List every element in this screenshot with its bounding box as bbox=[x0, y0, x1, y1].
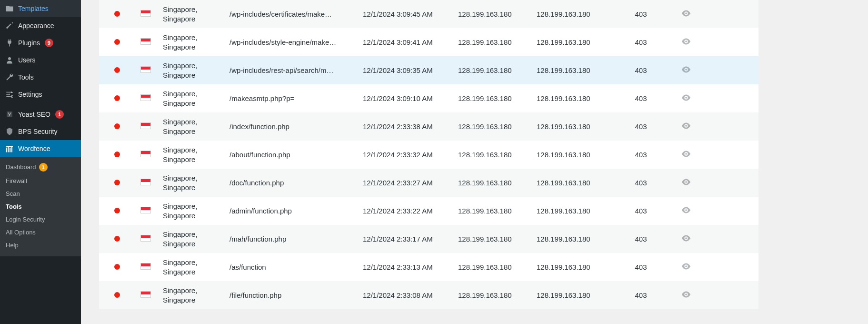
sidebar-item-tools[interactable]: Tools bbox=[0, 69, 81, 86]
time-cell: 12/1/2024 2:33:08 AM bbox=[360, 291, 455, 299]
view-details-icon[interactable] bbox=[681, 293, 691, 301]
hostname-cell: 128.199.163.180 bbox=[534, 235, 612, 243]
svg-point-17 bbox=[685, 265, 687, 267]
submenu-item-label: Login Security bbox=[6, 216, 45, 223]
time-cell: 12/1/2024 2:33:22 AM bbox=[360, 207, 455, 215]
view-details-icon[interactable] bbox=[681, 96, 691, 104]
view-details-icon[interactable] bbox=[681, 265, 691, 273]
traffic-row[interactable]: Singapore, Singapore/index/function.php1… bbox=[99, 112, 758, 141]
submenu-item-firewall[interactable]: Firewall bbox=[0, 174, 81, 187]
sidebar-item-yoast-seo[interactable]: Yoast SEO1 bbox=[0, 106, 81, 123]
sidebar-item-label: Plugins bbox=[18, 39, 40, 47]
severity-dot-icon bbox=[114, 208, 120, 213]
submenu-item-label: Tools bbox=[6, 203, 22, 210]
severity-dot-icon bbox=[114, 264, 120, 270]
traffic-row[interactable]: Singapore, Singapore/doc/function.php12/… bbox=[99, 169, 758, 197]
admin-sidebar: TemplatesAppearancePlugins9UsersToolsSet… bbox=[0, 0, 81, 324]
location-cell: Singapore, Singapore bbox=[160, 173, 227, 192]
traffic-row[interactable]: Singapore, Singapore/makeasmtp.php?p=12/… bbox=[99, 84, 758, 112]
sidebar-item-label: Wordfence bbox=[18, 145, 50, 152]
brush-icon bbox=[5, 21, 14, 30]
sidebar-item-templates[interactable]: Templates bbox=[0, 0, 81, 17]
location-cell: Singapore, Singapore bbox=[160, 5, 227, 23]
svg-rect-5 bbox=[8, 146, 9, 152]
hostname-cell: 128.199.163.180 bbox=[534, 94, 612, 102]
svg-rect-6 bbox=[10, 148, 10, 152]
notice-badge: 1 bbox=[39, 163, 48, 172]
url-path-cell: /admin/function.php bbox=[227, 207, 360, 215]
hostname-cell: 128.199.163.180 bbox=[534, 122, 612, 131]
time-cell: 12/1/2024 2:33:38 AM bbox=[360, 122, 455, 131]
hostname-cell: 128.199.163.180 bbox=[534, 10, 612, 18]
sidebar-item-appearance[interactable]: Appearance bbox=[0, 17, 81, 34]
traffic-row[interactable]: Singapore, Singapore/wp-includes/rest-ap… bbox=[99, 56, 758, 84]
severity-dot-icon bbox=[114, 152, 120, 157]
ip-cell: 128.199.163.180 bbox=[455, 122, 534, 131]
sidebar-item-wordfence[interactable]: Wordfence bbox=[0, 140, 81, 157]
country-flag-icon bbox=[140, 179, 151, 185]
traffic-row[interactable]: Singapore, Singapore/mah/function.php12/… bbox=[99, 225, 758, 253]
svg-point-8 bbox=[685, 12, 687, 14]
wordfence-icon bbox=[5, 144, 14, 153]
sidebar-item-bps-security[interactable]: BPS Security bbox=[0, 123, 81, 140]
view-details-icon[interactable] bbox=[681, 124, 691, 132]
folder-icon bbox=[5, 4, 14, 13]
traffic-row[interactable]: Singapore, Singapore/wp-includes/style-e… bbox=[99, 28, 758, 56]
url-path-cell: /wp-includes/style-engine/make… bbox=[227, 38, 360, 46]
view-details-icon[interactable] bbox=[681, 40, 691, 48]
url-path-cell: /wp-includes/rest-api/search/m… bbox=[227, 66, 360, 74]
wrench-icon bbox=[5, 72, 14, 82]
ip-cell: 128.199.163.180 bbox=[455, 94, 534, 102]
location-cell: Singapore, Singapore bbox=[160, 202, 227, 220]
country-flag-icon bbox=[140, 10, 151, 17]
time-cell: 12/1/2024 3:09:35 AM bbox=[360, 66, 455, 74]
submenu-item-help[interactable]: Help bbox=[0, 239, 81, 252]
view-details-icon[interactable] bbox=[681, 237, 691, 245]
view-details-icon[interactable] bbox=[681, 209, 691, 217]
sidebar-item-users[interactable]: Users bbox=[0, 51, 81, 69]
country-flag-icon bbox=[140, 38, 151, 45]
traffic-row[interactable]: Singapore, Singapore/about/function.php1… bbox=[99, 141, 758, 169]
status-code-cell: 403 bbox=[612, 66, 669, 74]
svg-point-15 bbox=[685, 209, 687, 211]
submenu-item-tools[interactable]: Tools bbox=[0, 200, 81, 213]
sidebar-item-settings[interactable]: Settings bbox=[0, 86, 81, 103]
sidebar-item-plugins[interactable]: Plugins9 bbox=[0, 34, 81, 51]
hostname-cell: 128.199.163.180 bbox=[534, 263, 612, 271]
country-flag-icon bbox=[140, 291, 151, 298]
traffic-row[interactable]: Singapore, Singapore/file/function.php12… bbox=[99, 281, 758, 309]
location-cell: Singapore, Singapore bbox=[160, 230, 227, 248]
submenu-item-label: All Options bbox=[6, 229, 36, 236]
country-flag-icon bbox=[140, 122, 151, 129]
severity-dot-icon bbox=[114, 39, 120, 45]
severity-dot-icon bbox=[114, 11, 120, 17]
location-cell: Singapore, Singapore bbox=[160, 286, 227, 304]
severity-dot-icon bbox=[114, 180, 120, 185]
svg-point-0 bbox=[8, 57, 11, 60]
submenu-item-dashboard[interactable]: Dashboard1 bbox=[0, 160, 81, 174]
country-flag-icon bbox=[140, 151, 151, 157]
url-path-cell: /mah/function.php bbox=[227, 235, 360, 243]
submenu-item-all-options[interactable]: All Options bbox=[0, 226, 81, 239]
user-icon bbox=[5, 55, 14, 65]
sliders-icon bbox=[5, 90, 14, 99]
hostname-cell: 128.199.163.180 bbox=[534, 291, 612, 299]
svg-point-13 bbox=[685, 153, 687, 155]
view-details-icon[interactable] bbox=[681, 68, 691, 76]
time-cell: 12/1/2024 3:09:10 AM bbox=[360, 94, 455, 102]
submenu-item-scan[interactable]: Scan bbox=[0, 187, 81, 200]
view-details-icon[interactable] bbox=[681, 12, 691, 20]
traffic-row[interactable]: Singapore, Singapore/wp-includes/certifi… bbox=[99, 0, 758, 28]
time-cell: 12/1/2024 3:09:41 AM bbox=[360, 38, 455, 46]
yoast-icon bbox=[5, 110, 14, 119]
sidebar-item-label: Yoast SEO bbox=[18, 111, 50, 118]
view-details-icon[interactable] bbox=[681, 181, 691, 189]
update-badge: 9 bbox=[45, 39, 53, 47]
submenu-item-login-security[interactable]: Login Security bbox=[0, 213, 81, 226]
traffic-row[interactable]: Singapore, Singapore/admin/function.php1… bbox=[99, 197, 758, 225]
traffic-row[interactable]: Singapore, Singapore/as/function12/1/202… bbox=[99, 253, 758, 281]
hostname-cell: 128.199.163.180 bbox=[534, 66, 612, 74]
sidebar-item-label: Templates bbox=[18, 5, 49, 12]
view-details-icon[interactable] bbox=[681, 152, 691, 161]
location-cell: Singapore, Singapore bbox=[160, 117, 227, 136]
